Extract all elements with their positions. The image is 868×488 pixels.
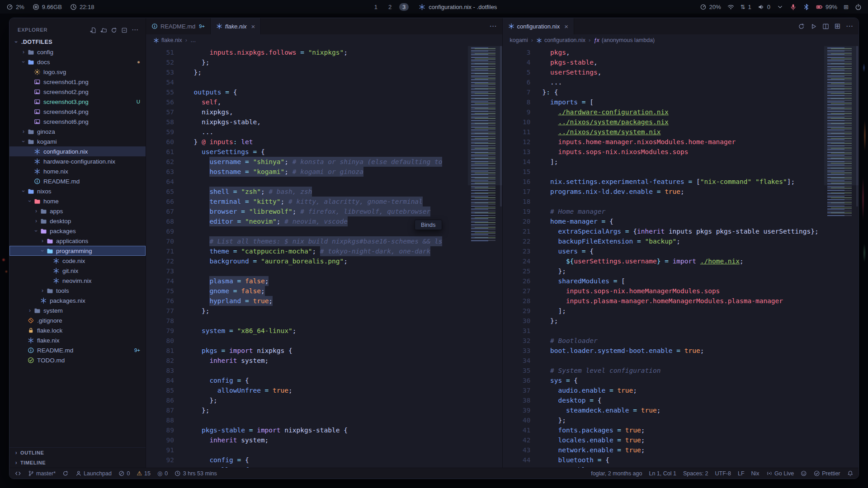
code-line[interactable]: 28 inputs.plasma-manager.homeManagerModu… xyxy=(510,296,859,306)
code-line[interactable]: 12 inputs.home-manager.nixosModules.home… xyxy=(510,137,859,147)
chevron-icon[interactable]: › xyxy=(20,188,27,194)
outline-section[interactable]: ›OUTLINE xyxy=(9,448,146,458)
bluetooth-indicator[interactable] xyxy=(803,4,810,10)
code-line[interactable]: 27 inputs.sops-nix.homeManagerModules.so… xyxy=(510,286,859,296)
minimap-slider[interactable] xyxy=(468,46,502,185)
tree-item-ginoza[interactable]: ›ginoza xyxy=(9,127,146,136)
chevron-icon[interactable]: › xyxy=(33,228,39,234)
workspace-2[interactable]: 2 xyxy=(385,3,395,11)
code-line[interactable]: 81 pkgs = import nixpkgs { xyxy=(153,346,502,356)
code-line[interactable]: 65 shell = "zsh"; # bash, zsh xyxy=(153,187,502,197)
code-line[interactable]: 3 pkgs, xyxy=(510,47,859,57)
tree-item-applications[interactable]: ›applications xyxy=(9,236,146,246)
close-tab-icon[interactable]: × xyxy=(251,23,255,30)
code-line[interactable]: 79 system = "x86_64-linux"; xyxy=(153,326,502,336)
tree-item-readme-md[interactable]: README.md9+ xyxy=(9,345,146,355)
go-live[interactable]: Go Live xyxy=(766,470,794,477)
close-tab-icon[interactable]: × xyxy=(564,23,568,30)
code-line[interactable]: 7}: { xyxy=(510,87,859,97)
code-editor[interactable]: 3 pkgs,4 pkgs-stable,5 userSettings,6 ..… xyxy=(503,46,859,468)
tray-apps[interactable]: ⊞ xyxy=(844,4,849,10)
git-blame[interactable]: foglar, 2 months ago xyxy=(591,470,642,477)
code-line[interactable]: 88 xyxy=(153,415,502,425)
tree-item-gitignore[interactable]: .gitignore xyxy=(9,315,146,325)
tree-item-code-nix[interactable]: code.nix xyxy=(9,256,146,266)
code-line[interactable]: 8 imports = [ xyxy=(510,97,859,107)
code-line[interactable]: 90 inherit system; xyxy=(153,435,502,445)
workspace-3[interactable]: 3 xyxy=(399,3,409,11)
new-file-button[interactable] xyxy=(90,26,96,34)
tree-item-apps[interactable]: ›apps xyxy=(9,206,146,216)
code-line[interactable]: 68 editor = "neovim"; # neovim, vscode xyxy=(153,216,502,226)
scrollbar[interactable] xyxy=(856,46,859,468)
chevron-icon[interactable]: › xyxy=(13,39,19,45)
code-line[interactable]: 43 network.enable = true; xyxy=(510,445,859,455)
code-line[interactable]: 82 inherit system; xyxy=(153,356,502,366)
code-line[interactable]: 61 userSettings = { xyxy=(153,147,502,157)
tree-item-configuration-nix[interactable]: configuration.nix xyxy=(9,146,146,156)
code-line[interactable]: 39 steamdeck.enable = true; xyxy=(510,405,859,415)
tree-item-nixos[interactable]: ›nixos xyxy=(9,186,146,196)
breadcrumb-item[interactable]: flake.nix xyxy=(153,37,182,43)
code-line[interactable]: 56 self, xyxy=(153,97,502,107)
code-line[interactable]: 59 ... xyxy=(153,127,502,137)
code-line[interactable]: 70 # List all themes: $ nix build nixpkg… xyxy=(153,236,502,246)
code-line[interactable]: 34 xyxy=(510,356,859,366)
memory-usage[interactable]: 9.66GB xyxy=(33,4,62,10)
code-line[interactable]: 74 plasma = false; xyxy=(153,276,502,286)
minimap-slider[interactable] xyxy=(824,46,859,185)
chevron-icon[interactable]: › xyxy=(39,248,46,254)
view-more-actions-button[interactable]: ⋯ xyxy=(132,26,138,34)
chevron-icon[interactable]: › xyxy=(20,49,27,55)
cursor-position[interactable]: Ln 1, Col 1 xyxy=(649,470,676,477)
code-line[interactable]: 31 xyxy=(510,326,859,336)
chevron-icon[interactable]: › xyxy=(39,287,46,294)
chevron-icon[interactable]: › xyxy=(20,128,27,135)
launchpad[interactable]: Launchpad xyxy=(75,470,112,477)
refresh-explorer-button[interactable] xyxy=(111,26,117,34)
tree-item-packages-nix[interactable]: packages.nix xyxy=(9,296,146,305)
code-line[interactable]: 63 hostname = "kogami"; # kogami or gino… xyxy=(153,167,502,177)
tree-item-hardware-configuration-nix[interactable]: hardware-configuration.nix xyxy=(9,156,146,166)
tree-item-screenshot4-png[interactable]: screenshot4.png xyxy=(9,107,146,117)
code-line[interactable]: 26 sharedModules = [ xyxy=(510,276,859,286)
code-line[interactable]: 87 }; xyxy=(153,405,502,415)
code-line[interactable]: 72 background = "aurora_borealis.png"; xyxy=(153,256,502,266)
code-line[interactable]: 13 inputs.sops-nix.nixosModules.sops xyxy=(510,147,859,157)
network-traffic[interactable]: ⇅1 xyxy=(741,4,751,10)
tab-configuration-nix[interactable]: configuration.nix× xyxy=(503,18,574,34)
code-line[interactable]: 86 }; xyxy=(153,395,502,405)
chevron-icon[interactable]: › xyxy=(33,218,39,224)
breadcrumb-item[interactable]: kogami xyxy=(510,37,528,43)
code-line[interactable]: 21 extraSpecialArgs = {inherit inputs pk… xyxy=(510,226,859,236)
tree-item-home-nix[interactable]: home.nix xyxy=(9,166,146,176)
timeline-section[interactable]: ›TIMELINE xyxy=(9,458,146,468)
code-line[interactable]: 5 userSettings, xyxy=(510,67,859,77)
code-line[interactable]: 36 sys = { xyxy=(510,375,859,385)
problems-warnings[interactable]: ⚠15 xyxy=(137,470,151,477)
code-line[interactable]: 20 home-manager = { xyxy=(510,216,859,226)
breadcrumb-item[interactable]: … xyxy=(190,37,196,43)
tree-item-flake-nix[interactable]: flake.nix xyxy=(9,335,146,345)
clock[interactable]: 22:18 xyxy=(70,4,94,10)
wifi-indicator[interactable] xyxy=(727,4,734,10)
time-tracker[interactable]: 3 hrs 53 mins xyxy=(175,470,217,477)
chevron-icon[interactable]: › xyxy=(27,307,33,314)
mic-indicator[interactable] xyxy=(790,4,797,10)
code-line[interactable]: 64 xyxy=(153,177,502,187)
git-branch[interactable]: master* xyxy=(28,470,56,477)
code-line[interactable]: 23 users = { xyxy=(510,246,859,256)
code-line[interactable]: 38 desktop = { xyxy=(510,395,859,405)
new-folder-button[interactable] xyxy=(100,26,107,34)
sync-changes-icon[interactable] xyxy=(798,22,805,30)
tab-flake-nix[interactable]: flake.nix× xyxy=(211,18,261,34)
code-line[interactable]: 76 hyprland = true; xyxy=(153,296,502,306)
code-line[interactable]: 44 bluetooth = { xyxy=(510,455,859,465)
tray-expand[interactable] xyxy=(777,4,783,10)
tree-item-programming[interactable]: ›programming xyxy=(9,246,146,256)
code-line[interactable]: 60 } @ inputs: let xyxy=(153,137,502,147)
workspace-1[interactable]: 1 xyxy=(371,3,381,11)
code-line[interactable]: 85 allowUnfree = true; xyxy=(153,385,502,395)
tree-item-packages[interactable]: ›packages xyxy=(9,226,146,236)
code-line[interactable]: 15 xyxy=(510,167,859,177)
